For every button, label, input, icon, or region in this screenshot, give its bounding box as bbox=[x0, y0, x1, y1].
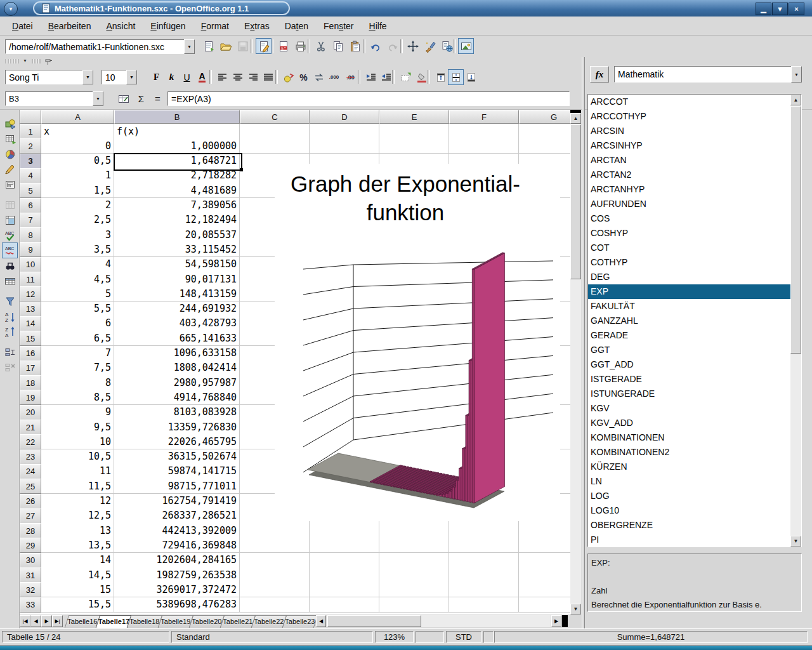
cut-button[interactable] bbox=[313, 38, 329, 54]
function-category-select[interactable]: Mathematik bbox=[614, 66, 791, 83]
category-dropdown-button[interactable]: ▼ bbox=[791, 66, 802, 83]
cell-A21[interactable]: 9,5 bbox=[41, 420, 114, 435]
cell-B16[interactable]: 1096,633158 bbox=[114, 346, 240, 361]
horizontal-scrollbar[interactable] bbox=[327, 615, 551, 627]
cell-A13[interactable]: 5,5 bbox=[41, 302, 114, 317]
row-header-8[interactable]: 8 bbox=[20, 227, 41, 242]
function-item-exp[interactable]: EXP bbox=[588, 284, 801, 299]
function-item-cot[interactable]: COT bbox=[588, 241, 801, 255]
function-item-istungerade[interactable]: ISTUNGERADE bbox=[588, 387, 801, 401]
sheet-tab-tabelle16[interactable]: Tabelle16 bbox=[65, 615, 100, 628]
selection-mode-field[interactable]: STD bbox=[446, 631, 481, 643]
cell-B10[interactable]: 54,598150 bbox=[114, 257, 240, 272]
align-center-button[interactable] bbox=[230, 69, 246, 85]
font-size-select[interactable]: 10 bbox=[102, 70, 126, 84]
cell-A29[interactable]: 13,5 bbox=[41, 538, 114, 553]
cell-G2[interactable] bbox=[519, 138, 570, 154]
previous-sheet-button[interactable]: ◀ bbox=[30, 615, 41, 627]
sum-button[interactable]: Σ bbox=[133, 91, 149, 107]
group-button[interactable] bbox=[2, 344, 18, 360]
styles-button[interactable] bbox=[422, 38, 438, 54]
cell-B20[interactable]: 8103,083928 bbox=[114, 405, 240, 420]
cell-A28[interactable]: 13 bbox=[41, 523, 114, 538]
cell-B13[interactable]: 244,691932 bbox=[114, 302, 240, 317]
cell-B11[interactable]: 90,017131 bbox=[114, 272, 240, 287]
cell-E30[interactable] bbox=[379, 553, 449, 568]
cell-A19[interactable]: 8,5 bbox=[41, 390, 114, 405]
sheet-tab-tabelle18[interactable]: Tabelle18 bbox=[127, 615, 162, 628]
menu-ansicht[interactable]: Ansicht bbox=[99, 19, 142, 33]
scroll-up-icon[interactable]: ▲ bbox=[570, 113, 581, 124]
font-color-button[interactable]: A bbox=[194, 69, 210, 85]
selected-cell-outline[interactable] bbox=[114, 153, 242, 171]
column-header-F[interactable]: F bbox=[449, 110, 519, 124]
function-item-kgv[interactable]: KGV bbox=[588, 401, 801, 416]
cell-G1[interactable] bbox=[519, 124, 570, 139]
cell-B5[interactable]: 4,481689 bbox=[114, 183, 240, 198]
add-decimal-button[interactable]: .000 bbox=[326, 69, 342, 85]
underline-button[interactable]: U bbox=[179, 69, 195, 85]
function-item-kgv_add[interactable]: KGV_ADD bbox=[588, 416, 801, 430]
function-item-pi[interactable]: PI bbox=[588, 533, 801, 547]
row-header-3[interactable]: 3 bbox=[20, 154, 41, 169]
menu-bearbeiten[interactable]: Bearbeiten bbox=[41, 19, 98, 33]
row-header-2[interactable]: 2 bbox=[20, 138, 41, 154]
cell-G28[interactable] bbox=[519, 523, 570, 538]
row-header-12[interactable]: 12 bbox=[20, 286, 41, 302]
cell-B31[interactable]: 1982759,263538 bbox=[114, 567, 240, 583]
cell-A3[interactable]: 0,5 bbox=[41, 154, 114, 169]
function-wizard-panel-button[interactable]: fx bbox=[590, 66, 609, 83]
cell-A10[interactable]: 4 bbox=[41, 257, 114, 272]
cell-B12[interactable]: 148,413159 bbox=[114, 286, 240, 302]
cell-D2[interactable] bbox=[310, 138, 379, 154]
cell-B18[interactable]: 2980,957987 bbox=[114, 375, 240, 390]
cell-A18[interactable]: 8 bbox=[41, 375, 114, 390]
cell-A25[interactable]: 11,5 bbox=[41, 479, 114, 494]
row-header-1[interactable]: 1 bbox=[20, 124, 41, 139]
cell-E28[interactable] bbox=[379, 523, 449, 538]
scroll-right-icon[interactable]: ▶ bbox=[551, 615, 561, 627]
function-item-arccothyp[interactable]: ARCCOTHYP bbox=[588, 109, 801, 124]
italic-button[interactable]: k bbox=[164, 69, 180, 85]
cell-G30[interactable] bbox=[519, 553, 570, 568]
cell-A12[interactable]: 5 bbox=[41, 286, 114, 302]
cell-A20[interactable]: 9 bbox=[41, 405, 114, 420]
function-item-aufrunden[interactable]: AUFRUNDEN bbox=[588, 197, 801, 211]
function-item-arctan2[interactable]: ARCTAN2 bbox=[588, 168, 801, 182]
row-header-5[interactable]: 5 bbox=[20, 183, 41, 198]
export-pdf-button[interactable] bbox=[275, 38, 291, 54]
next-sheet-button[interactable]: ▶ bbox=[41, 615, 52, 627]
sheet-tab-tabelle17[interactable]: Tabelle17 bbox=[96, 615, 131, 628]
menu-extras[interactable]: Extras bbox=[237, 19, 277, 33]
gallery-button[interactable] bbox=[458, 38, 474, 54]
function-item-arccot[interactable]: ARCCOT bbox=[588, 95, 801, 109]
menu-hilfe[interactable]: Hilfe bbox=[362, 19, 394, 33]
cell-E1[interactable] bbox=[379, 124, 449, 139]
cell-B27[interactable]: 268337,286521 bbox=[114, 508, 240, 524]
column-header-D[interactable]: D bbox=[310, 110, 379, 124]
number-standard-button[interactable] bbox=[311, 69, 327, 85]
cell-C29[interactable] bbox=[240, 538, 310, 553]
menu-datei[interactable]: Datei bbox=[5, 19, 40, 33]
cell-A1[interactable]: x bbox=[41, 124, 114, 139]
cell-G32[interactable] bbox=[519, 582, 570, 597]
cell-B33[interactable]: 5389698,476283 bbox=[114, 597, 240, 613]
row-header-20[interactable]: 20 bbox=[20, 405, 41, 420]
background-color-button[interactable] bbox=[414, 69, 429, 85]
font-name-select[interactable]: Song Ti bbox=[5, 70, 82, 84]
cell-A22[interactable]: 10 bbox=[41, 434, 114, 449]
cell-A2[interactable]: 0 bbox=[41, 138, 114, 154]
cell-D33[interactable] bbox=[310, 597, 379, 613]
font-size-dropdown-button[interactable]: ▼ bbox=[126, 70, 137, 84]
chart-object[interactable]: Graph der Exponential- funktion bbox=[275, 164, 560, 521]
cell-F33[interactable] bbox=[449, 597, 519, 613]
function-item-log[interactable]: LOG bbox=[588, 489, 801, 503]
autoformat-button[interactable] bbox=[2, 212, 18, 228]
function-item-log10[interactable]: LOG10 bbox=[588, 503, 801, 518]
find-replace-button[interactable] bbox=[2, 258, 18, 274]
row-header-18[interactable]: 18 bbox=[20, 375, 41, 390]
cell-B32[interactable]: 3269017,372472 bbox=[114, 582, 240, 597]
insert-chart-button[interactable] bbox=[2, 146, 18, 162]
row-header-22[interactable]: 22 bbox=[20, 434, 41, 449]
align-right-button[interactable] bbox=[245, 69, 261, 85]
